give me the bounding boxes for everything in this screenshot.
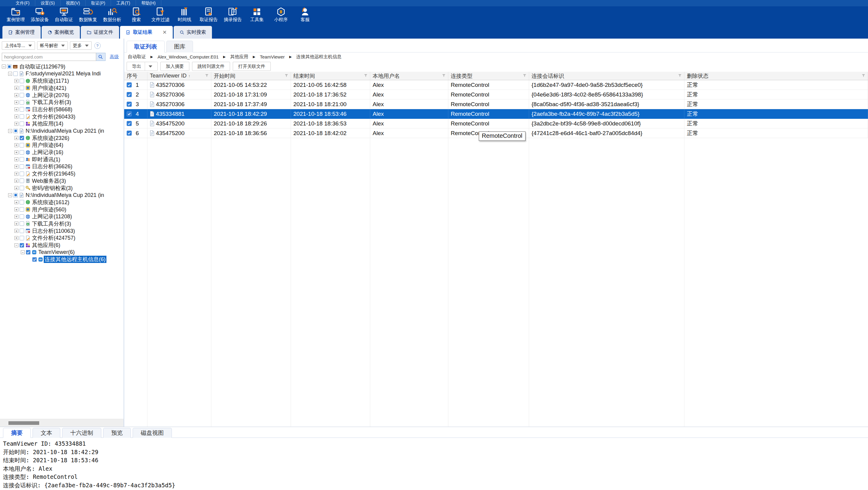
breadcrumb-item[interactable]: 连接其他远程主机信息 [297,54,342,60]
checkbox-empty[interactable] [20,236,24,240]
toolbar-item-extract-report[interactable]: 摘录报告 [221,7,245,23]
breadcrumb-item[interactable]: TeamViewer [260,54,285,59]
checkbox-partial[interactable] [7,64,11,69]
tree-item[interactable]: +日志分析(58668) [0,106,124,113]
sidebar-horizontal-scrollbar[interactable] [0,419,124,427]
column-header-序号[interactable]: 序号 [124,72,148,80]
toolbar-item-support[interactable]: 客服 [293,7,317,23]
tree-item[interactable]: +即时通讯(1) [0,156,124,163]
tree-item[interactable]: −F:\study\meiya\2021 Meiya Indi [0,70,124,78]
window-tab-实时搜索[interactable]: 实时搜索 [174,26,212,39]
tree-item[interactable]: +日志分析(36626) [0,163,124,171]
expand-icon[interactable]: + [14,93,19,97]
menu-item-6[interactable]: 帮助(H) [136,0,161,6]
expand-icon[interactable]: + [14,215,19,219]
checkbox-empty[interactable] [20,221,24,226]
expand-icon[interactable]: + [14,186,19,190]
expand-icon[interactable]: + [14,179,19,183]
checkbox-empty[interactable] [20,79,24,83]
window-tab-案例概览[interactable]: 案例概览 [41,26,80,39]
table-row[interactable]: 24352703062021-10-18 17:31:092021-10-18 … [124,90,868,99]
checkbox-empty[interactable] [20,228,24,233]
tree-item[interactable]: +系统痕迹(1171) [0,77,124,85]
sidebar-button-更多[interactable]: 更多 [70,41,92,50]
toolbar-item-data-analyze[interactable]: 数据分析 [100,7,124,23]
column-header-本地用户名[interactable]: 本地用户名 [370,72,448,80]
filter-funnel-icon[interactable] [676,73,682,79]
toolbar-item-auto-forensic[interactable]: 自动取证 [52,7,76,23]
search-button[interactable] [96,53,105,61]
tree-item[interactable]: −其他应用(6) [0,242,124,249]
breadcrumb-item[interactable]: 自动取证 [128,54,146,60]
table-row[interactable]: 14352703062021-10-05 14:53:222021-10-05 … [124,80,868,90]
tree-item[interactable]: +下载工具分析(3) [0,220,124,227]
menu-item-2[interactable]: 设置(S) [35,0,61,6]
checkbox-empty[interactable] [20,157,24,162]
detail-tab-文本[interactable]: 文本 [33,428,60,438]
view-tab-取证列表[interactable]: 取证列表 [127,41,165,53]
menu-item-3[interactable]: 视图(V) [61,0,86,6]
expand-icon[interactable]: + [14,136,19,140]
checkbox-empty[interactable] [13,71,18,76]
expand-icon[interactable]: + [14,115,19,119]
row-checkbox[interactable] [127,121,132,126]
tree-item[interactable]: +下载工具分析(3) [0,99,124,106]
expand-icon[interactable]: + [14,122,19,126]
menu-item-5[interactable]: 工具(T) [111,0,136,6]
window-tab-案例管理[interactable]: 案例管理 [2,26,41,39]
detail-tab-摘要[interactable]: 摘要 [3,428,31,438]
expand-icon[interactable]: + [14,157,19,161]
checkbox-partial[interactable] [13,193,18,197]
checkbox-checked[interactable] [20,136,24,140]
expand-icon[interactable]: + [14,108,19,111]
tree-item[interactable]: +上网记录(2076) [0,92,124,99]
tree-item[interactable]: +文件分析(260433) [0,113,124,120]
row-checkbox[interactable] [127,111,132,116]
tree-item[interactable]: +文件分析(219645) [0,170,124,177]
breadcrumb-item[interactable]: 其他应用 [230,54,248,60]
row-checkbox[interactable] [127,102,132,107]
close-icon[interactable]: ✕ [162,29,167,36]
expand-icon[interactable]: + [14,100,19,104]
checkbox-checked[interactable] [26,250,30,254]
tree-item[interactable]: −N:\Individual\Meiya Cup 2021 (in [0,127,124,134]
collapse-icon[interactable]: − [8,129,12,133]
tree-item[interactable]: −TeamViewer(6) [0,249,124,256]
checkbox-empty[interactable] [20,122,24,126]
checkbox-empty[interactable] [20,214,24,219]
breadcrumb-item[interactable]: Alex_Windows_Computer.E01 [157,54,219,59]
window-tab-证据文件[interactable]: 证据文件 [81,26,119,39]
expand-icon[interactable]: + [14,79,19,83]
expand-icon[interactable]: + [14,165,19,169]
checkbox-empty[interactable] [20,186,24,190]
checkbox-checked[interactable] [20,243,24,248]
tree-item[interactable]: −自动取证(1129679) [0,63,124,70]
checkbox-empty[interactable] [20,107,24,112]
column-header-连接类型[interactable]: 连接类型 [448,72,529,80]
checkbox-empty[interactable] [20,143,24,148]
expand-icon[interactable]: + [14,236,19,240]
scrollbar-thumb[interactable] [8,421,39,425]
collapse-icon[interactable]: − [2,64,6,68]
column-header-TeamViewer ID[interactable]: TeamViewer ID↑ [148,72,211,80]
tree-item[interactable]: +系统痕迹(1612) [0,199,124,206]
checkbox-partial[interactable] [13,129,18,133]
column-header-结束时间[interactable]: 结束时间 [291,72,370,80]
tree-item[interactable]: +日志分析(110063) [0,227,124,235]
toolbar-item-report[interactable]: 取证报告 [196,7,221,23]
filter-funnel-icon[interactable] [362,73,368,79]
checkbox-empty[interactable] [20,86,24,90]
advanced-search-link[interactable]: 高级 [110,54,119,60]
row-checkbox[interactable] [127,82,132,87]
checkbox-empty[interactable] [20,164,24,169]
row-checkbox[interactable] [127,92,132,97]
collapse-icon[interactable]: − [14,243,19,247]
checkbox-empty[interactable] [20,172,24,176]
search-input[interactable] [2,53,96,61]
table-row[interactable]: 34352703062021-10-18 17:37:492021-10-18 … [124,99,868,109]
table-row[interactable]: 44353348812021-10-18 18:42:292021-10-18 … [124,109,868,119]
help-icon[interactable]: ? [94,42,101,49]
filter-funnel-icon[interactable] [440,73,445,79]
checkbox-empty[interactable] [20,200,24,205]
tree-item[interactable]: +上网记录(16) [0,149,124,156]
